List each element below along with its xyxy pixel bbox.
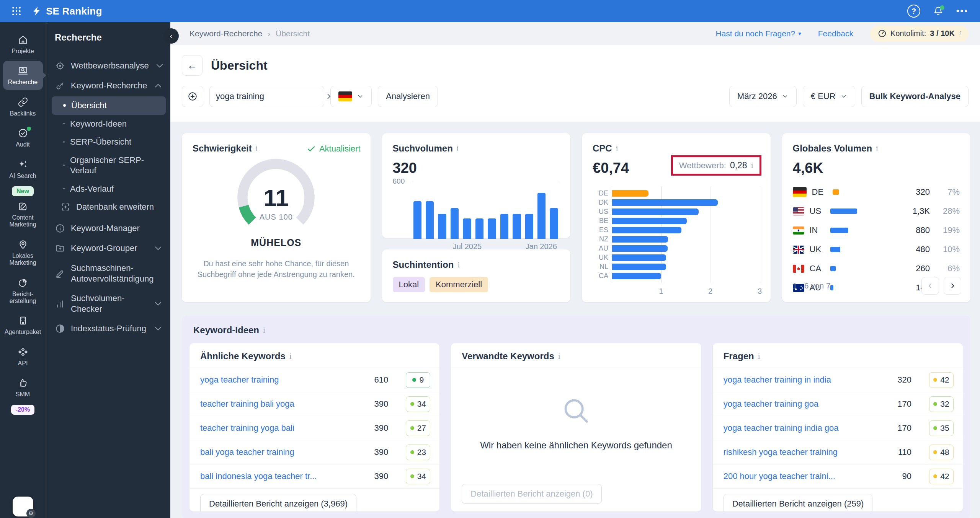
rail-item-lokales-marketing[interactable]: Lokales Marketing: [3, 235, 43, 270]
keyword-link[interactable]: rishikesh yoga teacher training: [724, 447, 869, 457]
difficulty-badge: 48: [929, 445, 954, 460]
rail-item-projekte[interactable]: Projekte: [3, 30, 43, 59]
chat-widget-button[interactable]: ⚙: [13, 497, 33, 516]
questions-dropdown[interactable]: Hast du noch Fragen?▾: [715, 29, 801, 38]
sidebar-subitem-ads-verlauf[interactable]: Ads-Verlauf: [52, 180, 166, 198]
question-keyword-row[interactable]: 200 hour yoga teacher traini...9042: [713, 464, 963, 489]
sidebar-item-keyword-manager[interactable]: Keyword-Manager: [52, 218, 166, 238]
difficulty-badge: 42: [929, 469, 954, 484]
rail-item-backlinks[interactable]: Backlinks: [3, 92, 43, 121]
sidebar-subitem-serp-uebersicht[interactable]: SERP-Übersicht: [52, 133, 166, 151]
country-label: DE: [593, 189, 608, 197]
similar-keyword-row[interactable]: bali yoga teacher training39023: [189, 440, 439, 464]
volume-bar-Feb 2026: [550, 208, 558, 239]
similar-keyword-row[interactable]: teacher training yoga bali39027: [189, 416, 439, 440]
keyword-link[interactable]: yoga teacher training india goa: [724, 423, 869, 433]
similar-keyword-row[interactable]: yoga teacher training6109: [189, 368, 439, 392]
sidebar-item-indexstatus-pruefung[interactable]: Indexstatus-Prüfung: [52, 319, 166, 339]
question-keyword-row[interactable]: yoga teacher training in india32042: [713, 368, 963, 392]
breadcrumb-parent[interactable]: Keyword-Recherche: [189, 29, 262, 38]
keyword-link[interactable]: bali indonesia yoga teacher tr...: [200, 471, 346, 481]
info-icon[interactable]: i: [263, 326, 265, 335]
keyword-link[interactable]: yoga teacher training: [200, 375, 346, 385]
info-icon[interactable]: i: [959, 30, 961, 37]
difficulty-dot: [933, 378, 937, 382]
sidebar-collapse-button[interactable]: ‹: [163, 28, 179, 44]
info-icon[interactable]: i: [876, 144, 878, 153]
info-icon[interactable]: i: [289, 352, 292, 361]
info-icon[interactable]: i: [758, 352, 760, 361]
cpc-bar-DE: [612, 190, 648, 197]
rail-item-recherche[interactable]: Recherche: [3, 61, 43, 90]
sidebar-item-suchmaschinen-autovervollstaendigung[interactable]: Suchmaschinen-Autovervollständigung: [52, 258, 166, 288]
cpc-row-BE: BE: [612, 216, 760, 225]
chevron-down-icon: ▾: [798, 30, 801, 37]
help-icon[interactable]: ?: [907, 5, 920, 18]
similar-keyword-row[interactable]: teacher training bali yoga39034: [189, 392, 439, 416]
rail-item-smm[interactable]: SMM: [3, 373, 43, 402]
rail-item-content-marketing[interactable]: Content Marketing: [3, 196, 43, 232]
questions-detailed-report-button[interactable]: Detaillierten Bericht anzeigen (259): [724, 494, 873, 511]
rail-item-audit[interactable]: Audit: [3, 123, 43, 152]
country-code: CA: [810, 264, 825, 274]
info-icon[interactable]: i: [751, 161, 753, 170]
month-select[interactable]: März 2026: [729, 86, 797, 107]
feedback-link[interactable]: Feedback: [818, 29, 853, 38]
similar-detailed-report-button[interactable]: Detaillierten Bericht anzeigen (3,969): [200, 494, 356, 511]
info-icon[interactable]: i: [616, 144, 618, 153]
account-limit-badge[interactable]: Kontolimit: 3 / 10K i: [870, 26, 969, 42]
sidebar-item-suchvolumen-checker[interactable]: Suchvolumen-Checker: [52, 288, 166, 319]
sidebar-subitem-organischer-serp-verlauf[interactable]: Organischer SERP-Verlauf: [52, 151, 166, 180]
cpc-row-ES: ES: [612, 225, 760, 235]
more-menu-icon[interactable]: •••: [956, 6, 969, 16]
sidebar-subitem-label: Ads-Verlauf: [70, 184, 114, 194]
sidebar-subitem-datenbank-erweitern[interactable]: Datenbank erweitern: [52, 198, 166, 216]
app-grid-icon[interactable]: [11, 6, 21, 16]
gridline: [760, 186, 761, 283]
sidebar-subitem-keyword-ideen[interactable]: Keyword-Ideen: [52, 115, 166, 133]
keyword-link[interactable]: teacher training bali yoga: [200, 399, 346, 409]
info-icon[interactable]: i: [457, 260, 460, 270]
keyword-link[interactable]: teacher training yoga bali: [200, 423, 346, 433]
keyword-link[interactable]: bali yoga teacher training: [200, 447, 346, 457]
info-icon[interactable]: i: [457, 144, 459, 153]
country-select[interactable]: [330, 86, 372, 107]
keyword-link[interactable]: yoga teacher training goa: [724, 399, 869, 409]
prev-page-button[interactable]: [921, 277, 939, 295]
keyword-link[interactable]: yoga teacher training in india: [724, 375, 869, 385]
question-keyword-row[interactable]: yoga teacher training india goa17035: [713, 416, 963, 440]
discount-badge: -20%: [11, 405, 34, 415]
next-page-button[interactable]: [944, 277, 961, 295]
sidebar-subitem-label: Organischer SERP-Verlauf: [70, 155, 163, 176]
keyword-link[interactable]: 200 hour yoga teacher traini...: [724, 471, 869, 481]
notifications-icon[interactable]: [933, 6, 943, 16]
currency-select[interactable]: € EUR: [803, 86, 855, 107]
rail-item-berichterstellung[interactable]: Bericht-erstellung: [3, 273, 43, 309]
search-icon: [560, 394, 593, 427]
keyword-volume: 390: [346, 399, 388, 409]
difficulty-badge: 34: [406, 469, 430, 484]
volume-percent: 10%: [935, 244, 960, 254]
add-keyword-button[interactable]: [182, 86, 203, 107]
icon-rail: ProjekteRechercheBacklinksAuditAI Search…: [0, 22, 46, 518]
sidebar-item-keyword-recherche[interactable]: Keyword-Recherche: [52, 76, 166, 96]
bulk-analysis-button[interactable]: Bulk Keyword-Analyse: [861, 86, 969, 107]
sidebar-item-keyword-grouper[interactable]: Keyword-Grouper: [52, 238, 166, 258]
se-ranking-logo[interactable]: SE Ranking: [31, 5, 102, 17]
search-input[interactable]: [216, 91, 326, 101]
sidebar-subitem-uebersicht[interactable]: Übersicht: [52, 96, 166, 115]
back-button[interactable]: ←: [182, 55, 203, 76]
card-title: Verwandte Keywords: [462, 351, 554, 362]
info-icon[interactable]: i: [256, 144, 258, 153]
similar-keyword-row[interactable]: bali indonesia yoga teacher tr...39034: [189, 464, 439, 489]
info-icon[interactable]: i: [558, 352, 560, 361]
question-keyword-row[interactable]: rishikesh yoga teacher training11048: [713, 440, 963, 464]
keyword-search-input[interactable]: [209, 86, 324, 107]
rail-item-ai-search[interactable]: AI Search: [3, 155, 43, 183]
rail-item-agenturpaket[interactable]: Agenturpaket: [3, 311, 43, 339]
related-detailed-report-button[interactable]: Detaillierten Bericht anzeigen (0): [462, 484, 601, 504]
question-keyword-row[interactable]: yoga teacher training goa17032: [713, 392, 963, 416]
sidebar-item-wettbewerbsanalyse[interactable]: Wettbewerbsanalyse: [52, 56, 166, 76]
analyze-button[interactable]: Analysieren: [378, 86, 438, 107]
rail-item-api[interactable]: API: [3, 342, 43, 371]
